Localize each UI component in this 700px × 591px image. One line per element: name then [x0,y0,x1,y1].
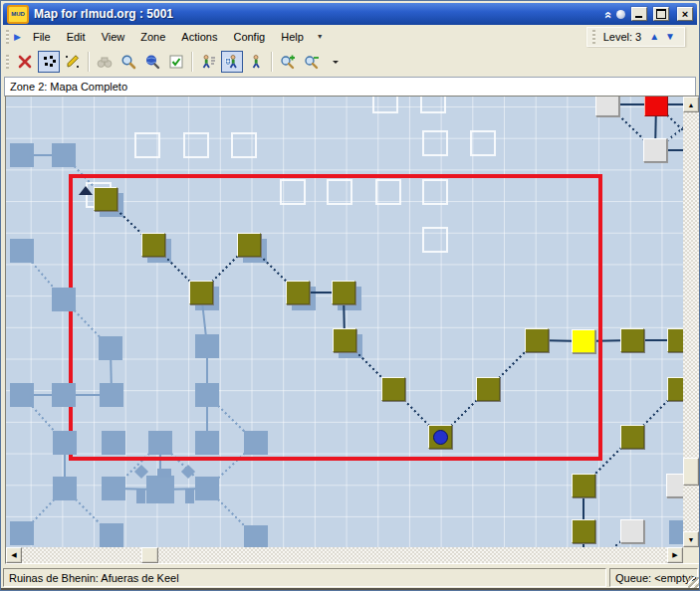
map-room[interactable] [643,138,667,162]
menu-overflow-chevron-icon[interactable]: ▼ [312,33,329,40]
main-toolbar-gripper[interactable] [6,55,9,69]
zone-selector[interactable]: Zone 2: Mapa Completo [4,77,696,97]
level-toolbar-gripper[interactable] [592,30,595,44]
map-room[interactable] [10,143,34,167]
map-room[interactable] [286,281,310,304]
vertical-scrollbar[interactable]: ▲ ▼ [683,97,699,547]
map-room[interactable] [244,525,268,547]
map-room[interactable] [381,377,405,401]
queue-status: Queue: <empty> [609,568,698,587]
map-room[interactable] [195,477,219,500]
level-label: Level: 3 [603,31,642,43]
map-room[interactable] [669,520,683,544]
map-room[interactable] [644,97,668,116]
map-room[interactable] [195,431,219,455]
menu-item-file[interactable]: File [25,28,59,46]
menu-item-config[interactable]: Config [225,28,273,46]
map-room[interactable] [102,477,125,500]
map-frame: ▲ ▼ ◀ ▶ [5,96,700,564]
map-room[interactable] [244,431,268,455]
map-door-marker [136,490,145,503]
confirm-moves-button[interactable] [165,51,187,73]
map-room[interactable] [572,474,595,497]
map-room[interactable] [667,328,683,352]
map-room[interactable] [667,377,683,401]
map-room[interactable] [10,383,34,407]
play-icon[interactable]: ▶ [14,32,21,42]
map-room[interactable] [100,523,123,547]
map-room[interactable] [99,336,122,360]
speedwalk-button[interactable] [245,51,267,73]
map-room[interactable] [141,233,165,257]
magnifier-plus-icon [280,54,296,70]
show-rooms-button[interactable] [38,51,60,73]
dropdown-arrow-icon [331,54,341,70]
map-room[interactable] [146,476,174,503]
map-room[interactable] [476,377,500,401]
map-canvas[interactable] [6,97,683,547]
title-bar[interactable]: MUD Map for rlmud.org : 5001 « × [3,3,697,25]
map-room[interactable] [94,187,117,211]
map-room[interactable] [10,521,34,545]
horizontal-scroll-thumb[interactable] [141,547,158,563]
zoom-out-button[interactable] [301,51,323,73]
player-marker [433,430,448,445]
menu-item-actions[interactable]: Actions [173,28,225,46]
map-room[interactable] [52,143,76,167]
map-room[interactable] [595,97,619,116]
zoom-options-button[interactable] [325,51,347,73]
map-room[interactable] [195,383,219,407]
menu-item-edit[interactable]: Edit [59,28,94,46]
map-room[interactable] [620,425,644,449]
map-room[interactable] [572,329,595,353]
map-room[interactable] [620,328,644,352]
map-room[interactable] [525,328,549,352]
scroll-left-button[interactable]: ◀ [6,547,22,563]
magnifier-icon [120,54,136,70]
delete-marks-button[interactable] [14,51,36,73]
toolbar-gripper[interactable] [6,30,9,44]
find-room-button[interactable] [117,51,139,73]
map-room[interactable] [102,431,125,455]
zoom-in-button[interactable] [277,51,299,73]
speedwalk-list-button[interactable] [197,51,219,73]
draw-exits-button[interactable] [62,51,84,73]
menu-item-view[interactable]: View [94,28,133,46]
pin-ball-icon[interactable] [616,10,625,19]
scroll-right-button[interactable]: ▶ [667,547,683,563]
scroll-up-button[interactable]: ▲ [683,97,699,112]
map-room[interactable] [620,519,644,543]
map-room[interactable] [572,519,595,543]
menu-item-zone[interactable]: Zone [132,28,173,46]
map-room[interactable] [333,328,356,352]
map-room[interactable] [10,239,34,263]
map-room[interactable] [53,477,77,500]
find-zone-button[interactable] [141,51,163,73]
map-room[interactable] [237,233,261,257]
map-room[interactable] [195,334,219,358]
maximize-button[interactable] [653,7,669,21]
minimize-icon [635,16,642,18]
map-room[interactable] [100,383,123,407]
level-down-button[interactable]: ▼ [663,31,677,43]
find-button[interactable] [94,51,116,73]
speedwalk-safe-button[interactable] [221,51,243,73]
map-room-outline [231,132,257,158]
map-room[interactable] [189,281,213,304]
level-up-button[interactable]: ▲ [647,31,661,43]
scroll-down-button[interactable]: ▼ [683,531,699,547]
map-room[interactable] [666,474,683,497]
horizontal-scrollbar[interactable]: ◀ ▶ [6,547,683,563]
globe-magnifier-icon [144,54,160,70]
minimize-button[interactable] [631,7,647,21]
map-room[interactable] [53,431,77,455]
map-room[interactable] [52,383,76,407]
map-room[interactable] [52,288,76,311]
vertical-scroll-thumb[interactable] [683,458,699,486]
map-room[interactable] [148,431,172,455]
collapse-chevron-icon[interactable]: « [602,11,612,16]
menu-item-help[interactable]: Help [273,28,312,46]
close-button[interactable]: × [677,7,693,21]
walker-icon [248,54,264,70]
map-room[interactable] [332,281,355,304]
